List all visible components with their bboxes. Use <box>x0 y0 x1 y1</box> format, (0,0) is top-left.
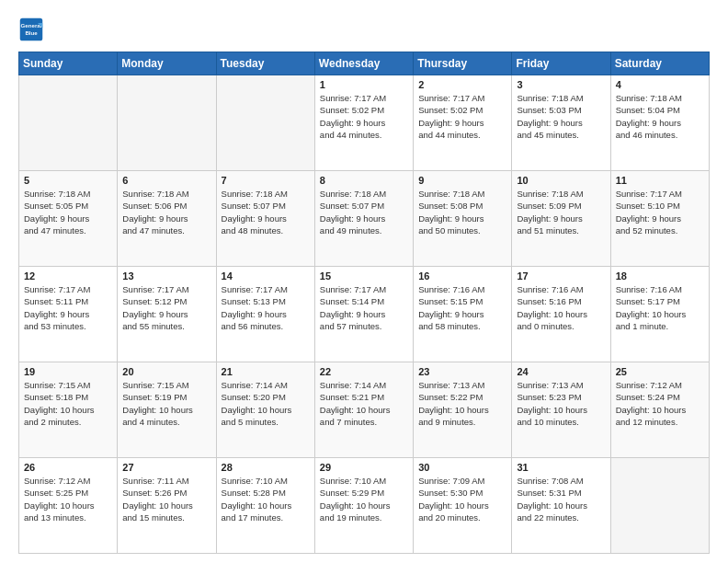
day-info: Sunrise: 7:09 AM Sunset: 5:30 PM Dayligh… <box>418 475 506 523</box>
weekday-header-monday: Monday <box>118 52 216 75</box>
day-info: Sunrise: 7:08 AM Sunset: 5:31 PM Dayligh… <box>517 475 605 523</box>
day-number: 29 <box>320 462 408 473</box>
calendar-cell: 1Sunrise: 7:17 AM Sunset: 5:02 PM Daylig… <box>314 75 413 171</box>
day-info: Sunrise: 7:18 AM Sunset: 5:03 PM Dayligh… <box>517 92 605 141</box>
calendar-cell: 28Sunrise: 7:10 AM Sunset: 5:28 PM Dayli… <box>216 458 314 554</box>
day-info: Sunrise: 7:18 AM Sunset: 5:07 PM Dayligh… <box>222 188 310 236</box>
day-number: 25 <box>616 366 704 377</box>
day-info: Sunrise: 7:18 AM Sunset: 5:09 PM Dayligh… <box>517 188 605 236</box>
day-info: Sunrise: 7:10 AM Sunset: 5:28 PM Dayligh… <box>222 475 310 523</box>
calendar-cell: 26Sunrise: 7:12 AM Sunset: 5:25 PM Dayli… <box>19 458 118 554</box>
calendar-cell: 9Sunrise: 7:18 AM Sunset: 5:08 PM Daylig… <box>414 171 512 267</box>
day-number: 9 <box>418 175 506 186</box>
day-info: Sunrise: 7:18 AM Sunset: 5:08 PM Dayligh… <box>418 188 506 236</box>
weekday-header-saturday: Saturday <box>610 52 709 75</box>
calendar-cell: 17Sunrise: 7:16 AM Sunset: 5:16 PM Dayli… <box>512 267 610 362</box>
day-info: Sunrise: 7:13 AM Sunset: 5:22 PM Dayligh… <box>418 379 506 428</box>
day-info: Sunrise: 7:17 AM Sunset: 5:12 PM Dayligh… <box>122 283 210 332</box>
day-info: Sunrise: 7:18 AM Sunset: 5:05 PM Dayligh… <box>24 188 112 236</box>
day-number: 6 <box>122 175 210 186</box>
day-number: 2 <box>418 79 506 90</box>
logo: General Blue <box>18 17 48 42</box>
day-info: Sunrise: 7:18 AM Sunset: 5:06 PM Dayligh… <box>122 188 210 236</box>
weekday-header-wednesday: Wednesday <box>314 52 413 75</box>
calendar-cell: 27Sunrise: 7:11 AM Sunset: 5:26 PM Dayli… <box>118 458 216 554</box>
day-info: Sunrise: 7:12 AM Sunset: 5:24 PM Dayligh… <box>616 379 704 428</box>
calendar-cell: 5Sunrise: 7:18 AM Sunset: 5:05 PM Daylig… <box>19 171 118 267</box>
day-number: 7 <box>222 175 310 186</box>
calendar-cell: 6Sunrise: 7:18 AM Sunset: 5:06 PM Daylig… <box>118 171 216 267</box>
weekday-header-sunday: Sunday <box>19 52 118 75</box>
calendar-cell: 15Sunrise: 7:17 AM Sunset: 5:14 PM Dayli… <box>314 267 413 362</box>
day-info: Sunrise: 7:12 AM Sunset: 5:25 PM Dayligh… <box>24 475 112 523</box>
day-number: 14 <box>222 270 310 282</box>
day-info: Sunrise: 7:16 AM Sunset: 5:15 PM Dayligh… <box>418 283 506 332</box>
day-info: Sunrise: 7:13 AM Sunset: 5:23 PM Dayligh… <box>517 379 605 428</box>
header: General Blue <box>18 17 710 42</box>
svg-text:Blue: Blue <box>25 29 38 36</box>
day-info: Sunrise: 7:17 AM Sunset: 5:14 PM Dayligh… <box>320 283 408 332</box>
weekday-header-row: SundayMondayTuesdayWednesdayThursdayFrid… <box>19 52 710 75</box>
day-number: 26 <box>24 462 112 473</box>
calendar-cell: 20Sunrise: 7:15 AM Sunset: 5:19 PM Dayli… <box>118 362 216 458</box>
day-number: 21 <box>222 366 310 377</box>
weekday-header-friday: Friday <box>512 52 610 75</box>
day-info: Sunrise: 7:16 AM Sunset: 5:16 PM Dayligh… <box>517 283 605 332</box>
calendar-cell: 8Sunrise: 7:18 AM Sunset: 5:07 PM Daylig… <box>314 171 413 267</box>
day-info: Sunrise: 7:15 AM Sunset: 5:18 PM Dayligh… <box>24 379 112 428</box>
calendar-week-1: 1Sunrise: 7:17 AM Sunset: 5:02 PM Daylig… <box>19 75 710 171</box>
day-number: 15 <box>320 270 408 282</box>
calendar-cell: 12Sunrise: 7:17 AM Sunset: 5:11 PM Dayli… <box>19 267 118 362</box>
day-info: Sunrise: 7:17 AM Sunset: 5:02 PM Dayligh… <box>320 92 408 141</box>
day-info: Sunrise: 7:17 AM Sunset: 5:10 PM Dayligh… <box>616 188 704 236</box>
calendar-cell: 31Sunrise: 7:08 AM Sunset: 5:31 PM Dayli… <box>512 458 610 554</box>
calendar-week-5: 26Sunrise: 7:12 AM Sunset: 5:25 PM Dayli… <box>19 458 710 554</box>
day-info: Sunrise: 7:15 AM Sunset: 5:19 PM Dayligh… <box>122 379 210 428</box>
day-number: 13 <box>122 270 210 282</box>
day-number: 17 <box>517 270 605 282</box>
calendar-cell: 16Sunrise: 7:16 AM Sunset: 5:15 PM Dayli… <box>414 267 512 362</box>
day-number: 8 <box>320 175 408 186</box>
day-number: 1 <box>320 79 408 90</box>
day-info: Sunrise: 7:17 AM Sunset: 5:13 PM Dayligh… <box>222 283 310 332</box>
calendar-cell: 2Sunrise: 7:17 AM Sunset: 5:02 PM Daylig… <box>414 75 512 171</box>
day-number: 28 <box>222 462 310 473</box>
calendar-cell: 21Sunrise: 7:14 AM Sunset: 5:20 PM Dayli… <box>216 362 314 458</box>
calendar-cell: 24Sunrise: 7:13 AM Sunset: 5:23 PM Dayli… <box>512 362 610 458</box>
calendar-table: SundayMondayTuesdayWednesdayThursdayFrid… <box>18 52 710 554</box>
day-number: 18 <box>616 270 704 282</box>
day-number: 11 <box>616 175 704 186</box>
calendar-cell: 10Sunrise: 7:18 AM Sunset: 5:09 PM Dayli… <box>512 171 610 267</box>
calendar-cell: 14Sunrise: 7:17 AM Sunset: 5:13 PM Dayli… <box>216 267 314 362</box>
logo-icon: General Blue <box>18 17 44 42</box>
day-number: 5 <box>24 175 112 186</box>
day-info: Sunrise: 7:18 AM Sunset: 5:04 PM Dayligh… <box>616 92 704 141</box>
calendar-cell: 22Sunrise: 7:14 AM Sunset: 5:21 PM Dayli… <box>314 362 413 458</box>
day-number: 10 <box>517 175 605 186</box>
day-number: 31 <box>517 462 605 473</box>
day-number: 23 <box>418 366 506 377</box>
calendar-cell <box>118 75 216 171</box>
day-info: Sunrise: 7:18 AM Sunset: 5:07 PM Dayligh… <box>320 188 408 236</box>
calendar-cell <box>216 75 314 171</box>
calendar-cell: 23Sunrise: 7:13 AM Sunset: 5:22 PM Dayli… <box>414 362 512 458</box>
day-info: Sunrise: 7:10 AM Sunset: 5:29 PM Dayligh… <box>320 475 408 523</box>
day-number: 20 <box>122 366 210 377</box>
day-info: Sunrise: 7:16 AM Sunset: 5:17 PM Dayligh… <box>616 283 704 332</box>
calendar-cell: 19Sunrise: 7:15 AM Sunset: 5:18 PM Dayli… <box>19 362 118 458</box>
day-number: 22 <box>320 366 408 377</box>
day-number: 30 <box>418 462 506 473</box>
calendar-week-2: 5Sunrise: 7:18 AM Sunset: 5:05 PM Daylig… <box>19 171 710 267</box>
calendar-cell: 7Sunrise: 7:18 AM Sunset: 5:07 PM Daylig… <box>216 171 314 267</box>
calendar-cell: 11Sunrise: 7:17 AM Sunset: 5:10 PM Dayli… <box>610 171 709 267</box>
day-number: 3 <box>517 79 605 90</box>
calendar-cell: 30Sunrise: 7:09 AM Sunset: 5:30 PM Dayli… <box>414 458 512 554</box>
calendar-cell: 13Sunrise: 7:17 AM Sunset: 5:12 PM Dayli… <box>118 267 216 362</box>
calendar-week-4: 19Sunrise: 7:15 AM Sunset: 5:18 PM Dayli… <box>19 362 710 458</box>
day-info: Sunrise: 7:14 AM Sunset: 5:20 PM Dayligh… <box>222 379 310 428</box>
day-info: Sunrise: 7:17 AM Sunset: 5:11 PM Dayligh… <box>24 283 112 332</box>
day-number: 12 <box>24 270 112 282</box>
weekday-header-thursday: Thursday <box>414 52 512 75</box>
calendar-cell: 4Sunrise: 7:18 AM Sunset: 5:04 PM Daylig… <box>610 75 709 171</box>
day-info: Sunrise: 7:17 AM Sunset: 5:02 PM Dayligh… <box>418 92 506 141</box>
